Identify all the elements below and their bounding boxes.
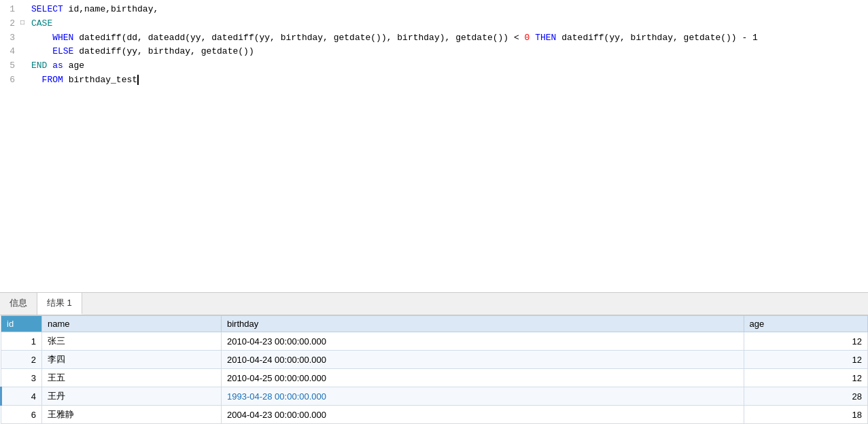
code-line: 6 FROM birthday_test (0, 73, 868, 88)
cell-age: 12 (744, 351, 867, 369)
code-line: 2□CASE (0, 17, 868, 31)
cell-birthday: 2010-04-24 00:00:00.000 (222, 351, 744, 369)
table-row: 6王雅静2004-04-23 00:00:00.00018 (1, 406, 868, 424)
col-header-age: age (744, 316, 867, 332)
results-area: id name birthday age 1张三2010-04-23 00:00… (0, 315, 868, 424)
line-number: 1 (0, 3, 20, 17)
cell-age: 12 (744, 332, 867, 351)
line-content: CASE (29, 17, 868, 31)
tabs-bar: 信息 结果 1 (0, 293, 868, 315)
code-line: 5END as age (0, 59, 868, 73)
line-number: 4 (0, 45, 20, 59)
line-collapse-icon (20, 73, 29, 88)
code-line: 1SELECT id,name,birthday, (0, 3, 868, 17)
line-collapse-icon (20, 3, 29, 17)
cell-name: 张三 (42, 332, 222, 351)
line-collapse-icon (20, 45, 29, 59)
cell-birthday: 1993-04-28 00:00:00.000 (222, 387, 744, 406)
col-header-birthday: birthday (222, 316, 744, 332)
line-number: 2 (0, 17, 20, 31)
cell-name: 王丹 (42, 387, 222, 406)
col-header-name: name (42, 316, 222, 332)
code-line: 4 ELSE datediff(yy, birthday, getdate()) (0, 45, 868, 59)
line-collapse-icon (20, 59, 29, 73)
code-lines: 1SELECT id,name,birthday,2□CASE3 WHEN da… (0, 3, 868, 88)
table-row: 2李四2010-04-24 00:00:00.00012 (1, 351, 868, 369)
code-line: 3 WHEN datediff(dd, dateadd(yy, datediff… (0, 31, 868, 46)
cell-name: 王雅静 (42, 406, 222, 424)
tab-result[interactable]: 结果 1 (37, 293, 82, 315)
cell-age: 12 (744, 369, 867, 387)
line-number: 3 (0, 31, 20, 46)
line-number: 5 (0, 59, 20, 73)
line-content: WHEN datediff(dd, dateadd(yy, datediff(y… (29, 31, 868, 46)
results-tbody: 1张三2010-04-23 00:00:00.000122李四2010-04-2… (1, 332, 868, 424)
table-header-row: id name birthday age (1, 316, 868, 332)
table-row: 4王丹1993-04-28 00:00:00.00028 (1, 387, 868, 406)
cell-name: 李四 (42, 351, 222, 369)
cell-name: 王五 (42, 369, 222, 387)
cell-age: 28 (744, 387, 867, 406)
tab-info[interactable]: 信息 (0, 293, 37, 315)
table-row: 1张三2010-04-23 00:00:00.00012 (1, 332, 868, 351)
line-content: END as age (29, 59, 868, 73)
results-table: id name birthday age 1张三2010-04-23 00:00… (0, 315, 868, 424)
line-collapse-icon (20, 31, 29, 46)
cell-birthday: 2010-04-25 00:00:00.000 (222, 369, 744, 387)
line-content: SELECT id,name,birthday, (29, 3, 868, 17)
line-content: FROM birthday_test (29, 73, 868, 88)
table-row: 3王五2010-04-25 00:00:00.00012 (1, 369, 868, 387)
col-header-id: id (1, 316, 42, 332)
cell-birthday: 2004-04-23 00:00:00.000 (222, 406, 744, 424)
cell-birthday: 2010-04-23 00:00:00.000 (222, 332, 744, 351)
cell-id: 2 (1, 351, 42, 369)
cell-age: 18 (744, 406, 867, 424)
cell-id: 1 (1, 332, 42, 351)
cell-id: 3 (1, 369, 42, 387)
line-number: 6 (0, 73, 20, 88)
cell-id: 6 (1, 406, 42, 424)
cell-id: 4 (1, 387, 42, 406)
line-content: ELSE datediff(yy, birthday, getdate()) (29, 45, 868, 59)
code-editor[interactable]: 1SELECT id,name,birthday,2□CASE3 WHEN da… (0, 0, 868, 293)
line-collapse-icon: □ (20, 17, 29, 31)
